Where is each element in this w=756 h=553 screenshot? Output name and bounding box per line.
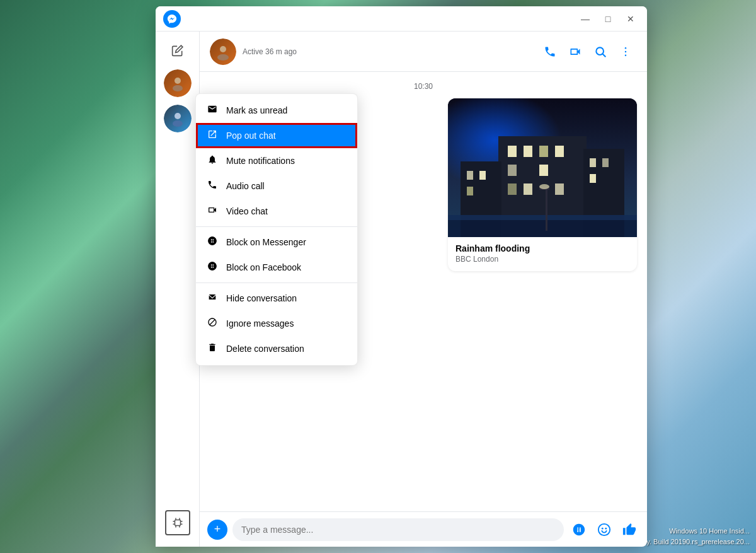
audio-call-icon [206,180,219,192]
svg-point-5 [220,46,226,52]
svg-rect-18 [555,146,564,157]
svg-rect-29 [590,158,596,167]
audio-call-label: Audio call [226,181,265,191]
pop-out-chat-label: Pop out chat [226,131,276,141]
svg-point-7 [596,47,604,55]
svg-point-36 [539,184,549,189]
maximize-button[interactable]: □ [599,10,617,28]
menu-item-video-chat[interactable]: Video chat [196,199,357,224]
chat-input-area: + [200,511,647,547]
chat-header-actions [539,40,637,63]
svg-point-2 [175,113,181,119]
more-options-button[interactable] [614,40,637,63]
contact-info: Active 36 m ago [243,47,539,56]
message-timestamp: 10:30 [210,82,637,91]
sidebar [156,32,200,547]
sticker-button[interactable] [569,520,589,540]
search-button[interactable] [589,40,612,63]
menu-divider [196,226,357,227]
message-card-subtitle: BBC London [455,255,629,264]
mute-notifications-icon [206,154,219,167]
contact-status: Active 36 m ago [243,47,539,56]
delete-conversation-icon [206,342,219,355]
compose-button[interactable] [165,38,190,63]
svg-rect-27 [467,187,473,195]
menu-item-delete-conversation[interactable]: Delete conversation [196,336,357,361]
chat-header: Active 36 m ago [200,32,647,72]
menu-divider [196,282,357,283]
svg-point-1 [173,85,183,91]
ignore-messages-label: Ignore messages [226,318,294,329]
mark-unread-label: Mark as unread [226,105,287,115]
svg-rect-19 [508,165,517,176]
window-controls: — □ ✕ [576,10,639,28]
svg-rect-23 [555,183,564,195]
block-messenger-label: Block on Messenger [226,237,306,247]
hide-conversation-icon [206,292,219,305]
menu-item-pop-out-chat[interactable]: Pop out chat [196,123,357,148]
menu-item-audio-call[interactable]: Audio call [196,173,357,199]
close-button[interactable]: ✕ [622,10,639,28]
menu-item-block-facebook[interactable]: Block on Facebook [196,255,357,280]
message-card-title: Rainham flooding [455,243,629,253]
block-facebook-icon [206,261,219,274]
menu-item-ignore-messages[interactable]: Ignore messages [196,311,357,336]
hide-conversation-label: Hide conversation [226,293,297,303]
add-attachment-button[interactable]: + [207,520,227,540]
svg-rect-20 [539,165,548,176]
menu-item-block-messenger[interactable]: Block on Messenger [196,230,357,255]
svg-line-8 [603,54,606,57]
delete-conversation-label: Delete conversation [226,344,304,354]
svg-rect-15 [508,146,517,157]
svg-rect-33 [448,215,637,220]
svg-point-9 [625,47,627,49]
video-chat-icon [206,205,219,218]
svg-point-39 [605,527,607,529]
svg-point-3 [173,120,183,127]
svg-rect-30 [602,158,609,167]
svg-rect-22 [524,183,532,195]
svg-rect-34 [546,187,547,231]
sidebar-avatar-2[interactable] [164,105,192,132]
sidebar-avatar-1[interactable] [164,69,192,97]
menu-item-mark-unread[interactable]: Mark as unread [196,98,357,123]
svg-rect-21 [508,183,517,195]
context-menu: Mark as unreadPop out chatMute notificat… [195,93,358,366]
bug-report-button[interactable] [165,510,190,535]
svg-rect-31 [590,174,596,183]
block-facebook-label: Block on Facebook [226,262,301,272]
pop-out-chat-icon [206,129,219,142]
app-logo [163,10,181,28]
svg-point-11 [625,54,627,56]
like-button[interactable] [619,520,639,540]
svg-rect-16 [524,146,532,157]
mute-notifications-label: Mute notifications [226,156,295,166]
svg-point-10 [625,50,627,52]
svg-rect-4 [175,520,180,526]
menu-item-mute-notifications[interactable]: Mute notifications [196,148,357,173]
video-call-button[interactable] [564,40,587,63]
message-card-body: Rainham flooding BBC London [448,237,637,271]
contact-avatar [210,38,236,65]
minimize-button[interactable]: — [576,10,594,28]
ignore-messages-icon [206,317,219,330]
svg-rect-17 [539,146,548,157]
svg-point-38 [602,527,604,529]
menu-item-hide-conversation[interactable]: Hide conversation [196,286,357,311]
svg-point-0 [175,78,181,84]
message-input[interactable] [232,518,564,541]
svg-rect-25 [467,171,473,180]
message-card: Rainham flooding BBC London [448,98,637,271]
video-chat-label: Video chat [226,206,268,216]
emoji-button[interactable] [594,520,614,540]
svg-point-37 [598,523,610,535]
title-bar: — □ ✕ [156,6,647,32]
block-messenger-icon [206,236,219,248]
phone-call-button[interactable] [539,40,561,63]
mark-unread-icon [206,104,219,117]
message-card-image [448,98,637,237]
svg-point-6 [217,54,229,61]
svg-rect-26 [479,171,486,180]
